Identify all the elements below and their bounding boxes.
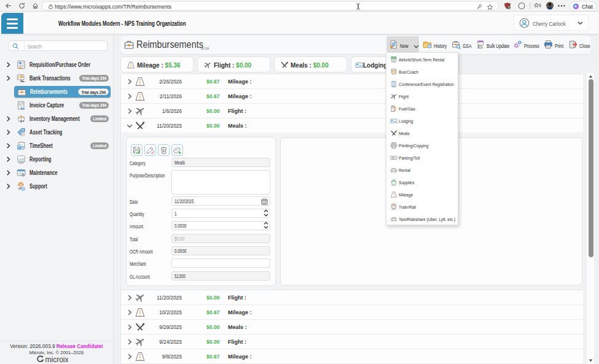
svg-text:microix: microix [45, 355, 69, 364]
